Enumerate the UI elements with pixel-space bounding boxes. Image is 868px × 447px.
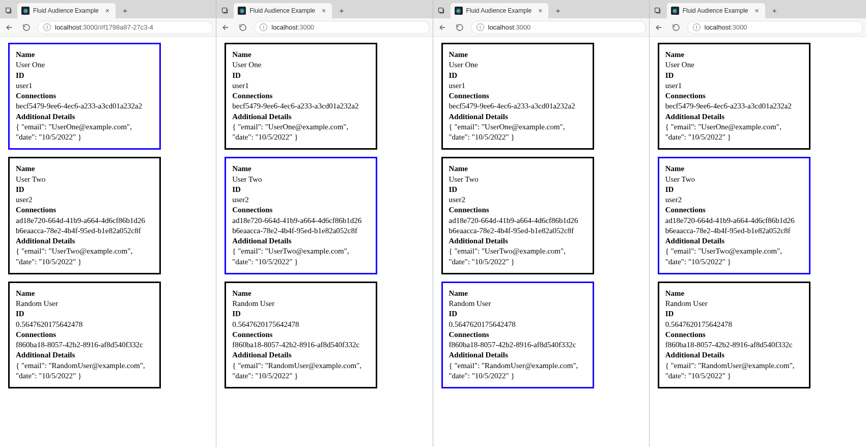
connections-label: Connections: [16, 91, 153, 101]
user-card[interactable]: NameUser TwoIDuser2Connectionsad18e720-6…: [658, 157, 810, 274]
site-info-icon[interactable]: i: [43, 23, 51, 31]
name-value: User One: [232, 60, 370, 70]
page-content: NameUser OneIDuser1Connectionsbecf5479-9…: [0, 37, 216, 447]
id-label: ID: [665, 309, 803, 319]
user-card[interactable]: NameUser TwoIDuser2Connectionsad18e720-6…: [8, 157, 161, 274]
name-label: Name: [16, 163, 153, 174]
user-card[interactable]: NameUser OneIDuser1Connectionsbecf5479-9…: [658, 43, 810, 150]
tabs-overview-button[interactable]: [652, 4, 664, 16]
connection-value: ad18e720-664d-41b9-a664-4d6cf86b1d26: [16, 215, 153, 226]
browser-tab[interactable]: Fluid Audience Example×: [17, 3, 116, 18]
url-bar[interactable]: ilocalhost:3000: [471, 21, 646, 34]
tab-close-icon[interactable]: ×: [536, 7, 544, 15]
connection-value: b6eaacca-78e2-4b4f-95ed-b1e82a052c8f: [232, 226, 370, 236]
react-favicon-icon: [455, 7, 463, 15]
id-label: ID: [232, 184, 370, 194]
connection-value: b6eaacca-78e2-4b4f-95ed-b1e82a052c8f: [449, 226, 586, 236]
tabs-overview-button[interactable]: [2, 4, 14, 16]
refresh-button[interactable]: [454, 21, 466, 34]
connections-label: Connections: [16, 205, 153, 215]
connection-value: ad18e720-664d-41b9-a664-4d6cf86b1d26: [232, 215, 370, 226]
refresh-button[interactable]: [670, 21, 682, 34]
url-text: localhost:3000/#f1798a87-27c3-4: [55, 23, 153, 31]
url-bar[interactable]: ilocalhost:3000/#f1798a87-27c3-4: [38, 21, 213, 34]
back-button[interactable]: [3, 21, 15, 34]
additional-details-value: { "email": "UserTwo@example.com", "date"…: [232, 246, 370, 267]
user-card[interactable]: NameUser TwoIDuser2Connectionsad18e720-6…: [441, 157, 594, 274]
site-info-icon[interactable]: i: [477, 23, 484, 31]
tab-title: Fluid Audience Example: [683, 7, 748, 14]
name-label: Name: [232, 163, 370, 174]
tabs-overview-button[interactable]: [218, 4, 231, 16]
tab-close-icon[interactable]: ×: [320, 7, 328, 15]
tab-close-icon[interactable]: ×: [753, 7, 761, 15]
name-label: Name: [449, 49, 586, 60]
browser-tab[interactable]: Fluid Audience Example×: [234, 3, 332, 18]
name-value: User Two: [16, 174, 153, 184]
toolbar: ilocalhost:3000/#f1798a87-27c3-4: [0, 18, 216, 37]
name-label: Name: [665, 49, 803, 60]
name-value: Random User: [665, 298, 803, 309]
svg-rect-5: [222, 8, 227, 12]
back-button[interactable]: [436, 21, 449, 34]
url-bar[interactable]: ilocalhost:3000: [254, 21, 429, 34]
connection-value: becf5479-9ee6-4ec6-a233-a3cd01a232a2: [16, 101, 153, 111]
additional-details-label: Additional Details: [16, 111, 153, 122]
additional-details-value: { "email": "RandomUser@example.com", "da…: [449, 360, 586, 381]
connections-label: Connections: [449, 205, 586, 215]
svg-point-1: [25, 10, 26, 11]
user-card[interactable]: NameRandom UserID0.5647620175642478Conne…: [8, 282, 161, 388]
connection-value: ad18e720-664d-41b9-a664-4d6cf86b1d26: [665, 215, 803, 226]
url-bar[interactable]: ilocalhost:3000: [687, 21, 863, 34]
browser-window: Fluid Audience Example×+ilocalhost:3000/…: [0, 0, 216, 447]
additional-details-value: { "email": "UserOne@example.com", "date"…: [232, 122, 370, 143]
id-label: ID: [232, 309, 370, 319]
user-card[interactable]: NameUser TwoIDuser2Connectionsad18e720-6…: [225, 157, 377, 274]
tab-strip: Fluid Audience Example×+: [650, 0, 866, 18]
user-card[interactable]: NameRandom UserID0.5647620175642478Conne…: [225, 282, 377, 388]
site-info-icon[interactable]: i: [260, 23, 267, 31]
browser-tab[interactable]: Fluid Audience Example×: [451, 3, 549, 18]
additional-details-label: Additional Details: [16, 350, 153, 360]
tab-title: Fluid Audience Example: [33, 7, 99, 14]
tab-strip: Fluid Audience Example×+: [433, 0, 649, 18]
card-list: NameUser OneIDuser1Connectionsbecf5479-9…: [433, 37, 649, 395]
id-label: ID: [449, 309, 586, 319]
new-tab-button[interactable]: +: [551, 4, 565, 17]
new-tab-button[interactable]: +: [335, 4, 348, 17]
site-info-icon[interactable]: i: [693, 23, 701, 31]
connections-label: Connections: [665, 91, 803, 101]
page-content: NameUser OneIDuser1Connectionsbecf5479-9…: [216, 37, 432, 447]
new-tab-button[interactable]: +: [119, 4, 132, 17]
id-value: 0.5647620175642478: [232, 319, 370, 329]
tab-close-icon[interactable]: ×: [103, 7, 111, 15]
additional-details-value: { "email": "UserOne@example.com", "date"…: [16, 122, 153, 143]
user-card[interactable]: NameUser OneIDuser1Connectionsbecf5479-9…: [441, 43, 594, 150]
card-list: NameUser OneIDuser1Connectionsbecf5479-9…: [216, 37, 432, 395]
back-button[interactable]: [653, 21, 665, 34]
name-label: Name: [665, 163, 803, 174]
toolbar: ilocalhost:3000: [433, 18, 649, 37]
additional-details-value: { "email": "UserTwo@example.com", "date"…: [16, 246, 153, 267]
refresh-button[interactable]: [20, 21, 33, 34]
user-card[interactable]: NameUser OneIDuser1Connectionsbecf5479-9…: [225, 43, 377, 150]
connection-value: becf5479-9ee6-4ec6-a233-a3cd01a232a2: [449, 101, 586, 111]
svg-rect-0: [6, 8, 10, 12]
connection-value: f860ba18-8057-42b2-8916-af8d540f332c: [449, 340, 586, 350]
react-favicon-icon: [238, 7, 246, 15]
additional-details-label: Additional Details: [232, 350, 370, 360]
browser-tab[interactable]: Fluid Audience Example×: [667, 3, 765, 18]
tabs-overview-button[interactable]: [435, 4, 447, 16]
name-value: User One: [665, 60, 803, 70]
user-card[interactable]: NameUser OneIDuser1Connectionsbecf5479-9…: [8, 43, 161, 150]
user-card[interactable]: NameRandom UserID0.5647620175642478Conne…: [658, 282, 810, 388]
svg-point-16: [675, 10, 676, 11]
refresh-button[interactable]: [237, 21, 249, 34]
browser-window: Fluid Audience Example×+ilocalhost:3000N…: [433, 0, 650, 447]
user-card[interactable]: NameRandom UserID0.5647620175642478Conne…: [441, 282, 594, 388]
new-tab-button[interactable]: +: [768, 4, 781, 17]
back-button[interactable]: [219, 21, 232, 34]
url-text: localhost:3000: [488, 23, 531, 31]
card-list: NameUser OneIDuser1Connectionsbecf5479-9…: [0, 37, 216, 395]
id-label: ID: [665, 184, 803, 194]
